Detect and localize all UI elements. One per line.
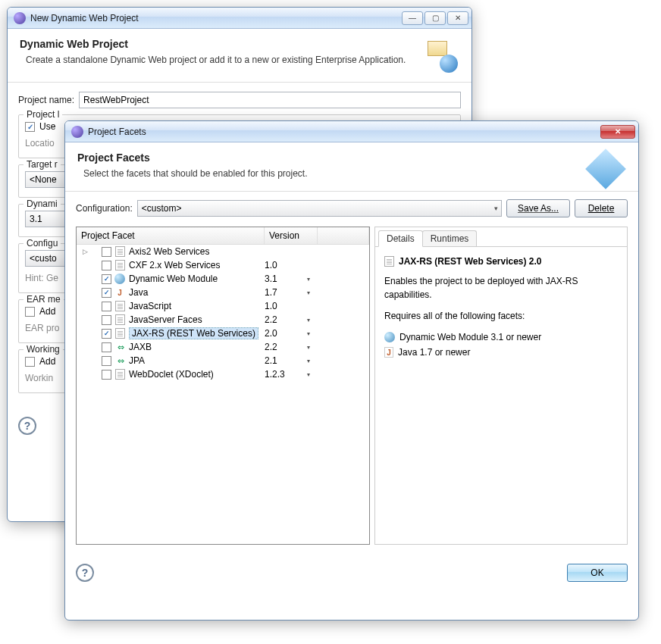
ear-project-label: EAR pro — [25, 323, 59, 333]
target-runtime-group: Target r — [23, 159, 61, 170]
tab-runtimes[interactable]: Runtimes — [422, 230, 478, 246]
document-icon — [115, 301, 125, 311]
facet-version: 1.2.3 — [265, 369, 307, 380]
facet-row[interactable]: JAX-RS (REST Web Services)2.0▾ — [77, 327, 369, 340]
help-icon[interactable]: ? — [18, 417, 36, 435]
close-button[interactable]: ✕ — [447, 11, 468, 25]
facet-checkbox[interactable] — [102, 288, 111, 298]
facet-version: 2.1 — [265, 355, 307, 366]
facet-name: JPA — [129, 355, 148, 366]
facets-config-label: Configuration: — [76, 203, 133, 214]
document-icon — [115, 260, 125, 270]
facet-name: Dynamic Web Module — [129, 274, 221, 284]
facet-checkbox[interactable] — [102, 261, 111, 270]
parent-heading: Dynamic Web Project — [20, 38, 423, 50]
arrows-icon: ⇔ — [114, 342, 126, 352]
version-dropdown-icon[interactable]: ▾ — [307, 358, 322, 364]
facet-checkbox[interactable] — [102, 302, 111, 311]
globe-icon — [114, 274, 125, 284]
facet-name: JavaScript — [129, 301, 174, 311]
facet-name: JAXB — [129, 342, 155, 352]
facet-name: WebDoclet (XDoclet) — [129, 369, 217, 380]
delete-button[interactable]: Delete — [575, 199, 628, 217]
version-dropdown-icon[interactable]: ▾ — [307, 317, 322, 324]
requirement-item: Dynamic Web Module 3.1 or newer — [384, 330, 618, 344]
facet-name: JavaServer Faces — [129, 314, 205, 325]
use-default-checkbox[interactable] — [25, 122, 35, 132]
facet-version: 1.7 — [265, 287, 307, 298]
java-icon: J — [114, 287, 126, 298]
col-version[interactable]: Version — [265, 227, 318, 244]
facet-detail-desc: Enables the project to be deployed with … — [384, 274, 618, 302]
facet-name: Axis2 Web Services — [129, 246, 212, 257]
project-name-input[interactable] — [79, 92, 461, 108]
dynamic-version-group: Dynami — [23, 199, 61, 209]
facet-checkbox[interactable] — [102, 370, 111, 380]
add-ear-checkbox[interactable] — [25, 307, 35, 317]
facet-row[interactable]: ▷Axis2 Web Services — [77, 245, 369, 258]
facet-row[interactable]: ⇔JAXB2.2▾ — [77, 340, 369, 354]
java-icon: J — [384, 347, 393, 358]
facet-name: CXF 2.x Web Services — [129, 260, 223, 270]
globe-icon — [384, 332, 395, 342]
facet-row[interactable]: JJava1.7▾ — [77, 286, 369, 299]
arrows-icon: ⇔ — [114, 355, 126, 366]
requirement-item: JJava 1.7 or newer — [384, 345, 618, 359]
version-dropdown-icon[interactable]: ▾ — [307, 289, 322, 296]
parent-subtitle: Create a standalone Dynamic Web project … — [20, 55, 423, 65]
version-dropdown-icon[interactable]: ▾ — [307, 276, 322, 283]
facet-version: 1.0 — [265, 260, 307, 270]
minimize-button[interactable]: — — [402, 11, 423, 25]
ok-button[interactable]: OK — [567, 564, 628, 582]
facets-window-title: Project Facets — [88, 127, 600, 137]
facet-checkbox[interactable] — [102, 329, 111, 339]
facets-table-header: Project Facet Version — [77, 227, 369, 245]
save-as-button[interactable]: Save As... — [506, 199, 570, 217]
facet-checkbox[interactable] — [102, 274, 111, 284]
facet-detail-title: JAX-RS (REST Web Services) 2.0 — [384, 255, 618, 268]
project-location-group: Project l — [23, 109, 62, 120]
project-facets-dialog: Project Facets ✕ Project Facets Select t… — [64, 120, 639, 621]
facet-row[interactable]: CXF 2.x Web Services1.0 — [77, 258, 369, 272]
facet-version: 3.1 — [265, 274, 307, 284]
facets-table: Project Facet Version ▷Axis2 Web Service… — [76, 227, 370, 545]
document-icon — [115, 246, 125, 257]
version-dropdown-icon[interactable]: ▾ — [307, 344, 322, 351]
requirement-text: Java 1.7 or newer — [398, 345, 470, 359]
facets-subtitle: Select the facets that should be enabled… — [77, 168, 591, 179]
facet-row[interactable]: JavaServer Faces2.2▾ — [77, 313, 369, 327]
diamond-icon — [585, 148, 626, 189]
project-name-label: Project name: — [18, 95, 74, 105]
parent-titlebar[interactable]: New Dynamic Web Project — ▢ ✕ — [8, 8, 471, 29]
facets-close-button[interactable]: ✕ — [600, 125, 635, 139]
parent-banner: Dynamic Web Project Create a standalone … — [8, 29, 471, 83]
configuration-group: Configu — [23, 238, 61, 249]
expand-icon[interactable]: ▷ — [81, 248, 89, 255]
version-dropdown-icon[interactable]: ▾ — [307, 371, 322, 378]
col-project-facet[interactable]: Project Facet — [77, 227, 265, 244]
facet-row[interactable]: JavaScript1.0 — [77, 299, 369, 313]
facet-checkbox[interactable] — [102, 247, 111, 257]
ear-membership-group: EAR me — [23, 294, 64, 305]
facet-row[interactable]: WebDoclet (XDoclet)1.2.3▾ — [77, 367, 369, 381]
facet-version: 2.0 — [265, 328, 307, 339]
help-icon[interactable]: ? — [76, 564, 94, 582]
facet-version: 2.2 — [265, 342, 307, 352]
facet-row[interactable]: ⇔JPA2.1▾ — [77, 354, 369, 367]
version-dropdown-icon[interactable]: ▾ — [307, 330, 322, 337]
parent-window-title: New Dynamic Web Project — [30, 13, 402, 23]
add-working-set-checkbox[interactable] — [25, 357, 35, 367]
facet-checkbox[interactable] — [102, 356, 111, 366]
facet-checkbox[interactable] — [102, 315, 111, 325]
facet-name: JAX-RS (REST Web Services) — [129, 327, 258, 339]
facet-checkbox[interactable] — [102, 342, 111, 352]
document-icon — [115, 369, 125, 380]
maximize-button[interactable]: ▢ — [424, 11, 446, 25]
facet-row[interactable]: Dynamic Web Module3.1▾ — [77, 272, 369, 286]
facets-titlebar[interactable]: Project Facets ✕ — [65, 121, 638, 142]
facet-name: Java — [129, 287, 151, 298]
facets-heading: Project Facets — [77, 152, 591, 164]
facets-config-combo[interactable]: <custom> — [137, 200, 502, 217]
facet-version: 2.2 — [265, 314, 307, 325]
tab-details[interactable]: Details — [378, 230, 423, 247]
